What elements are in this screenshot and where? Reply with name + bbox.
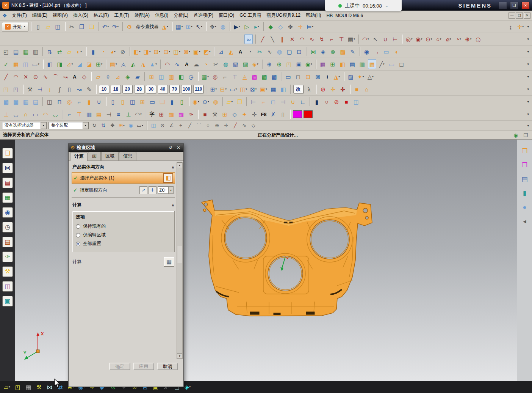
dropdown-arrow-icon[interactable]: ▾	[189, 385, 191, 388]
class-timer-overlay[interactable]: 上课中 00:16:08 ⌄	[325, 0, 402, 11]
toolbar-icon[interactable]: ◫	[45, 97, 54, 107]
dialog-close-button[interactable]: ✕	[175, 145, 182, 151]
toolbar-icon[interactable]: ▭▾	[136, 121, 144, 130]
toolbar-icon[interactable]: λ	[305, 84, 313, 94]
toolbar-icon[interactable]: ⋈	[45, 382, 54, 392]
toolbar-number-button[interactable]: 18	[111, 85, 121, 93]
toolbar-icon[interactable]: ▩	[2, 97, 10, 107]
dropdown-arrow-icon[interactable]: ▾	[258, 25, 259, 28]
dropdown-arrow-icon[interactable]: ▾	[169, 50, 170, 53]
toolbar-icon[interactable]: ✂	[212, 59, 220, 69]
toolbar-icon[interactable]: ↖	[371, 34, 380, 44]
toolbar-icon[interactable]: ◕▾	[109, 47, 117, 57]
toolbar-icon[interactable]: ◐▾	[75, 47, 83, 57]
compute-button[interactable]: ▦	[164, 257, 174, 267]
toolbar-icon[interactable]: ◍	[275, 47, 284, 57]
toolbar-overflow-button[interactable]: ▾	[526, 100, 530, 104]
toolbar-icon[interactable]: ⊣	[36, 84, 44, 94]
dropdown-arrow-icon[interactable]: ▾	[470, 38, 472, 41]
toolbar-icon[interactable]: ◉	[363, 47, 371, 57]
toolbar-icon[interactable]: ╱	[186, 121, 194, 130]
menu-item[interactable]: 窗口(O)	[216, 11, 237, 20]
toolbar-icon[interactable]: ▩	[177, 109, 185, 119]
toolbar-icon[interactable]: ▯	[178, 97, 186, 107]
toolbar-icon[interactable]: ◪	[85, 59, 94, 69]
toolbar-icon[interactable]: ▩	[12, 97, 20, 107]
toolbar-icon[interactable]: ⊘	[332, 97, 341, 107]
toolbar-icon[interactable]: ◳	[2, 84, 10, 94]
doc-minimize-button[interactable]: —	[509, 13, 515, 19]
toolbar-icon[interactable]: ◉▾	[415, 34, 423, 44]
dropdown-arrow-icon[interactable]: ▾	[182, 25, 183, 28]
toolbar-icon[interactable]: ▤	[2, 237, 13, 247]
toolbar-icon[interactable]: ◫▾	[172, 47, 181, 57]
toolbar-overflow-button[interactable]: ▾	[526, 112, 530, 116]
toolbar-icon[interactable]: ▦▾	[347, 34, 356, 44]
toolbar-icon[interactable]: ⊿	[114, 72, 122, 82]
menu-item[interactable]: 编辑(E)	[30, 11, 50, 20]
toolbar-icon[interactable]: ⊞▾	[209, 84, 217, 94]
toolbar-icon[interactable]: ✤	[286, 22, 294, 31]
toolbar-icon[interactable]: ▦	[22, 47, 30, 57]
dropdown-arrow-icon[interactable]: ▾	[225, 88, 227, 91]
toolbar-icon[interactable]: ∿	[266, 47, 274, 57]
toolbar-icon[interactable]: ◻	[269, 97, 277, 107]
toolbar-icon[interactable]: ◆	[266, 22, 275, 31]
menu-item[interactable]: 分析(L)	[171, 11, 191, 20]
toolbar-icon[interactable]: ○▾	[435, 34, 443, 44]
toolbar-icon[interactable]: ⚒	[26, 84, 34, 94]
toolbar-icon[interactable]: ↯	[318, 34, 326, 44]
toolbar-icon[interactable]: ⌖	[177, 121, 185, 130]
toolbar-icon[interactable]: ●	[520, 203, 530, 212]
toolbar-icon[interactable]: ◮	[139, 59, 147, 69]
toolbar-icon[interactable]: ◔	[99, 47, 107, 57]
toolbar-icon[interactable]: ⊙	[31, 72, 40, 82]
toolbar-text-icon[interactable]: A	[183, 61, 191, 67]
toolbar-icon[interactable]: ✥	[109, 121, 116, 130]
dropdown-arrow-icon[interactable]: ▾	[411, 38, 413, 41]
toolbar-icon[interactable]: ↝	[61, 72, 69, 82]
dropdown-arrow-icon[interactable]: ▾	[167, 25, 168, 28]
radio-option[interactable]: 保持现有的	[76, 223, 171, 230]
toolbar-icon[interactable]: ╱	[232, 121, 239, 130]
start-menu-button[interactable]: ✕开始▾	[2, 22, 28, 31]
toolbar-icon[interactable]: ☁	[192, 59, 200, 69]
toolbar-icon[interactable]: ✑	[187, 109, 195, 119]
toolbar-icon[interactable]: ▤▾	[109, 59, 118, 69]
radio-button[interactable]	[76, 242, 80, 246]
toolbar-icon[interactable]: ✕	[288, 34, 296, 44]
toolbar-number-button[interactable]: 70	[169, 85, 180, 93]
dropdown-arrow-icon[interactable]: ▾	[354, 38, 355, 41]
toolbar-icon[interactable]: ◫	[22, 59, 30, 69]
toolbar-icon[interactable]: ◔	[246, 47, 254, 57]
menu-item[interactable]: 信息(I)	[152, 11, 171, 20]
toolbar-icon[interactable]: ∞	[244, 34, 253, 44]
toolbar-icon[interactable]: ∿	[308, 34, 316, 44]
toolbar-icon[interactable]: ✎	[349, 47, 357, 57]
toolbar-overflow-button[interactable]: ▾	[526, 37, 530, 41]
dropdown-arrow-icon[interactable]: ▾	[199, 50, 200, 53]
toolbar-icon[interactable]: ◭	[227, 47, 235, 57]
dropdown-arrow-icon[interactable]: ▾	[421, 38, 422, 41]
toolbar-icon[interactable]: ⋈	[309, 47, 318, 57]
dropdown-arrow-icon[interactable]: ▾	[368, 38, 369, 41]
dropdown-arrow-icon[interactable]: ▾	[232, 100, 233, 103]
chevron-down-icon[interactable]: ▾	[41, 122, 46, 129]
dropdown-arrow-icon[interactable]: ▾	[114, 50, 116, 53]
vector-type-combo[interactable]: ZC↑ ▾	[158, 186, 174, 194]
toolbar-icon[interactable]: ▯	[279, 109, 287, 119]
scrollbar-thumb[interactable]	[177, 246, 182, 263]
toolbar-number-button[interactable]: 改	[293, 85, 304, 93]
toolbar-icon[interactable]: ⊠▾	[249, 84, 258, 94]
toolbar-icon[interactable]: ▤	[520, 174, 530, 184]
dropdown-arrow-icon[interactable]: ▾	[209, 50, 211, 53]
dialog-button[interactable]: 确定	[109, 363, 130, 370]
dropdown-arrow-icon[interactable]: ▾	[159, 50, 160, 53]
toolbar-icon[interactable]: ╱	[258, 34, 267, 44]
toolbar-icon[interactable]: ◍	[211, 97, 220, 107]
toolbar-icon[interactable]: ↝	[75, 84, 83, 94]
toolbar-icon[interactable]: ◡	[51, 109, 59, 119]
toolbar-icon[interactable]: ⚒	[2, 266, 13, 277]
toolbar-icon[interactable]: ⊟▾	[219, 84, 227, 94]
toolbar-overflow-button[interactable]: ▾	[526, 50, 530, 53]
